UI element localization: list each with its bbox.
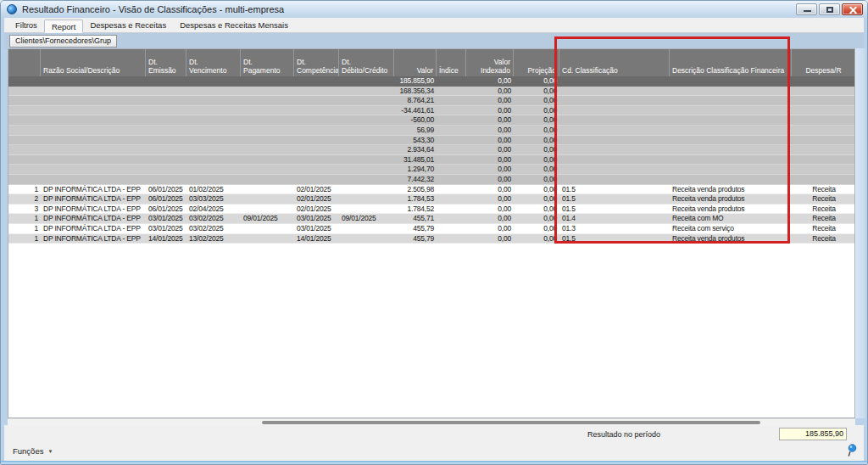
cell-indice xyxy=(437,214,466,223)
cell-dt_debito_credito xyxy=(339,204,394,214)
tab-filtros[interactable]: Filtros xyxy=(8,19,44,32)
cell-razao: DP INFORMÁTICA LTDA - EPP xyxy=(41,185,146,194)
cell-num: 1 xyxy=(8,214,41,223)
cell-dt_vencimento xyxy=(186,76,241,87)
table-row[interactable]: 168.356,340,000,00 xyxy=(8,87,854,97)
cell-dt_emissao: 06/01/2025 xyxy=(146,204,186,214)
table-row[interactable]: 185.855,900,000,00 xyxy=(8,76,854,87)
tab-despesas-e-receitas[interactable]: Despesas e Receitas xyxy=(83,19,173,32)
cell-cd_classificacao xyxy=(559,96,670,105)
cell-num xyxy=(8,165,41,174)
cell-cd_classificacao xyxy=(559,165,670,174)
cell-razao: DP INFORMÁTICA LTDA - EPP xyxy=(41,204,146,214)
tab-report[interactable]: Report xyxy=(44,20,84,33)
cell-razao xyxy=(41,76,146,87)
table-row[interactable]: 1DP INFORMÁTICA LTDA - EPP03/01/202503/0… xyxy=(8,224,854,234)
tab-despesas-e-receitas-mensais[interactable]: Despesas e Receitas Mensais xyxy=(173,19,295,32)
tab-strip: Filtros Report Despesas e Receitas Despe… xyxy=(4,18,864,33)
cell-dt_debito_credito xyxy=(339,224,394,233)
table-row[interactable]: 2DP INFORMÁTICA LTDA - EPP06/01/202503/0… xyxy=(8,194,854,204)
cell-valor: 31.485,01 xyxy=(394,155,437,165)
cell-projecao: 0,00 xyxy=(514,185,559,194)
column-header-num[interactable] xyxy=(8,49,41,76)
table-row[interactable]: 2.934,640,000,00 xyxy=(8,145,854,155)
column-header-valor_indexado[interactable]: Valor Indexado xyxy=(466,49,514,76)
cell-descricao xyxy=(670,115,792,125)
cell-dt_competencia xyxy=(294,145,339,154)
table-row[interactable]: 543,300,000,00 xyxy=(8,136,854,146)
column-header-descricao[interactable]: Descrição Classificação Financeira xyxy=(670,49,792,76)
cell-projecao: 0,00 xyxy=(514,234,559,244)
scrollbar-thumb[interactable] xyxy=(262,421,760,424)
subtab-strip: Clientes\Fornecedores\Grup xyxy=(4,33,864,48)
table-row[interactable]: 1DP INFORMÁTICA LTDA - EPP14/01/202513/0… xyxy=(8,234,854,244)
cell-dt_vencimento xyxy=(186,175,241,184)
table-row[interactable]: 31.485,010,000,00 xyxy=(8,155,854,165)
vertical-scrollbar[interactable] xyxy=(855,48,865,418)
table-row[interactable]: 1.294,700,000,00 xyxy=(8,165,854,175)
column-header-indice[interactable]: Índice xyxy=(437,49,466,76)
pin-icon[interactable] xyxy=(846,444,857,457)
cell-dt_pagamento xyxy=(241,145,294,154)
minimize-button[interactable] xyxy=(796,3,817,15)
cell-valor_indexado: 0,00 xyxy=(466,76,514,87)
cell-dt_vencimento xyxy=(186,96,241,105)
cell-projecao: 0,00 xyxy=(514,87,559,96)
column-header-projecao[interactable]: Projeção xyxy=(514,49,559,76)
window-border-bottom xyxy=(1,461,867,465)
cell-projecao: 0,00 xyxy=(514,165,559,174)
cell-dt_vencimento: 13/02/2025 xyxy=(186,234,241,244)
cell-cd_classificacao xyxy=(559,76,670,87)
column-header-dt_competencia[interactable]: Dt. Competência xyxy=(294,49,339,76)
cell-valor_indexado: 0,00 xyxy=(466,136,514,145)
cell-num xyxy=(8,106,41,115)
cell-despesa_receita xyxy=(792,165,854,174)
cell-dt_pagamento xyxy=(241,224,294,233)
column-header-dt_emissao[interactable]: Dt. Emissão xyxy=(146,49,186,76)
cell-despesa_receita xyxy=(792,126,854,135)
table-row[interactable]: 1DP INFORMÁTICA LTDA - EPP03/01/202503/0… xyxy=(8,214,854,224)
titlebar[interactable]: Resultado Financeiro - Visão de Classifi… xyxy=(1,1,867,18)
tab-clientes-fornecedores-grupos[interactable]: Clientes\Fornecedores\Grup xyxy=(9,35,117,48)
cell-razao xyxy=(41,165,146,174)
table-row[interactable]: 3DP INFORMÁTICA LTDA - EPP06/01/202502/0… xyxy=(8,204,854,215)
column-header-razao[interactable]: Razão Social/Descrição xyxy=(41,49,146,76)
cell-dt_vencimento xyxy=(186,115,241,125)
maximize-button[interactable] xyxy=(819,3,840,15)
cell-dt_debito_credito xyxy=(339,145,394,154)
table-row[interactable]: 8.764,210,000,00 xyxy=(8,96,854,106)
horizontal-scrollbar[interactable] xyxy=(8,418,855,425)
cell-dt_pagamento xyxy=(241,87,294,96)
cell-razao: DP INFORMÁTICA LTDA - EPP xyxy=(41,214,146,223)
column-header-dt_pagamento[interactable]: Dt. Pagamento xyxy=(241,49,294,76)
cell-cd_classificacao xyxy=(559,145,670,154)
column-header-dt_vencimento[interactable]: Dt. Vencimento xyxy=(186,49,241,76)
cell-dt_debito_credito xyxy=(339,106,394,115)
cell-descricao: Receita venda produtos xyxy=(670,194,792,204)
cell-descricao xyxy=(670,106,792,115)
cell-valor: 1.784,53 xyxy=(394,194,437,204)
functions-button[interactable]: Funções ▼ xyxy=(9,445,56,457)
column-header-dt_debito_credito[interactable]: Dt. Débito/Crédito xyxy=(339,49,394,76)
table-row[interactable]: -560,000,000,00 xyxy=(8,115,854,126)
column-header-cd_classificacao[interactable]: Cd. Classificação xyxy=(559,49,670,76)
column-header-despesa_receita[interactable]: Despesa/R xyxy=(792,49,855,76)
table-row[interactable]: -34.461,610,000,00 xyxy=(8,106,854,116)
cell-dt_vencimento xyxy=(186,165,241,174)
table-row[interactable]: 7.442,320,000,00 xyxy=(8,175,854,185)
column-header-valor[interactable]: Valor xyxy=(394,49,437,76)
cell-despesa_receita xyxy=(792,96,854,105)
close-button[interactable] xyxy=(842,3,863,15)
cell-valor: 7.442,32 xyxy=(394,175,437,184)
cell-dt_pagamento xyxy=(241,96,294,105)
table-row[interactable]: 56,990,000,00 xyxy=(8,126,854,136)
cell-cd_classificacao: 01.5 xyxy=(559,204,670,214)
cell-despesa_receita: Receita xyxy=(792,194,854,204)
cell-projecao: 0,00 xyxy=(514,194,559,204)
table-row[interactable]: 1DP INFORMÁTICA LTDA - EPP06/01/202501/0… xyxy=(8,185,854,195)
cell-valor: 455,79 xyxy=(394,234,437,244)
cell-despesa_receita xyxy=(792,155,854,165)
cell-cd_classificacao: 01.5 xyxy=(559,234,670,244)
cell-dt_debito_credito xyxy=(339,136,394,145)
cell-num xyxy=(8,115,41,125)
